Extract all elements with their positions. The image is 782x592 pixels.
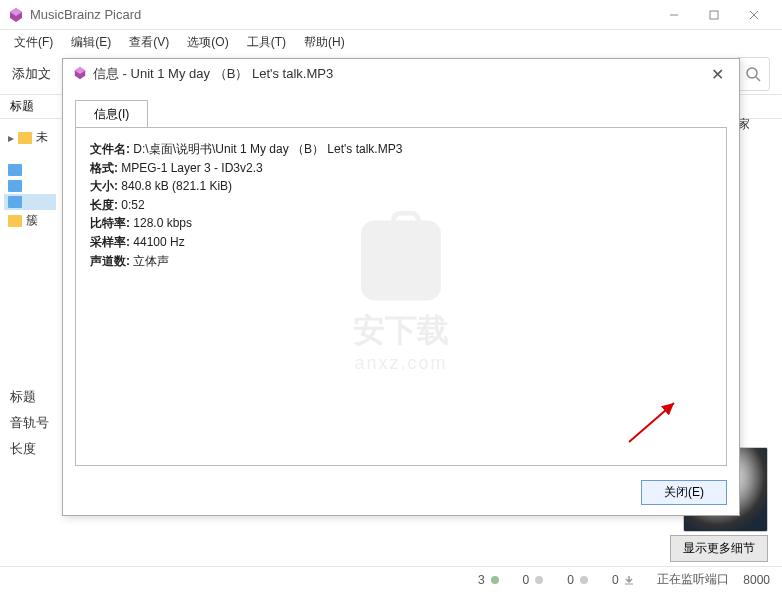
dialog-close-icon[interactable]: ✕: [705, 62, 729, 86]
svg-point-6: [747, 68, 757, 78]
dialog-titlebar: 信息 - Unit 1 My day （B） Let's talk.MP3 ✕: [63, 59, 739, 89]
status-count-1: 3: [478, 573, 501, 587]
size-value: 840.8 kB (821.1 KiB): [118, 179, 232, 193]
svg-rect-3: [710, 11, 718, 19]
tree-item-clusters[interactable]: 簇: [4, 210, 56, 231]
window-controls: [654, 1, 774, 29]
channels-value: 立体声: [130, 254, 169, 268]
svg-point-10: [580, 576, 588, 584]
dialog-footer: 关闭(E): [63, 474, 739, 515]
app-title: MusicBrainz Picard: [30, 7, 654, 22]
statusbar: 3 0 0 0 正在监听端口 8000: [0, 566, 782, 592]
samplerate-label: 采样率:: [90, 235, 130, 249]
svg-line-7: [756, 77, 760, 81]
tree-file-item-selected[interactable]: [4, 194, 56, 210]
file-icon: [8, 164, 22, 176]
tree-file-item[interactable]: [4, 178, 56, 194]
info-panel: 文件名: D:\桌面\说明书\Unit 1 My day （B） Let's t…: [75, 127, 727, 466]
close-window-button[interactable]: [734, 1, 774, 29]
svg-point-9: [535, 576, 543, 584]
minimize-button[interactable]: [654, 1, 694, 29]
app-icon: [8, 7, 24, 23]
menu-edit[interactable]: 编辑(E): [63, 31, 119, 54]
close-button[interactable]: 关闭(E): [641, 480, 727, 505]
filename-value: D:\桌面\说明书\Unit 1 My day （B） Let's talk.M…: [130, 142, 402, 156]
file-icon: [8, 196, 22, 208]
tree-item-label: 簇: [26, 212, 38, 229]
menu-tools[interactable]: 工具(T): [239, 31, 294, 54]
format-label: 格式:: [90, 161, 118, 175]
bitrate-value: 128.0 kbps: [130, 216, 192, 230]
panel-track-label: 音轨号: [10, 410, 49, 436]
metadata-panel-labels: 标题 音轨号 长度: [10, 384, 49, 462]
bitrate-label: 比特率:: [90, 216, 130, 230]
format-value: MPEG-1 Layer 3 - ID3v2.3: [118, 161, 263, 175]
dialog-icon: [73, 66, 87, 83]
titlebar: MusicBrainz Picard: [0, 0, 782, 30]
length-label: 长度:: [90, 198, 118, 212]
svg-point-8: [491, 576, 499, 584]
panel-length-label: 长度: [10, 436, 49, 462]
show-details-button[interactable]: 显示更多细节: [670, 535, 768, 562]
samplerate-value: 44100 Hz: [130, 235, 185, 249]
size-label: 大小:: [90, 179, 118, 193]
dialog-tabs: 信息(I): [75, 99, 727, 127]
tree-item-label: 未: [36, 129, 48, 146]
status-count-2: 0: [523, 573, 546, 587]
status-count-3: 0: [567, 573, 590, 587]
watermark-text-2: anxz.com: [353, 352, 449, 373]
tree-header: 标题: [10, 99, 34, 113]
annotation-arrow-icon: [624, 397, 684, 447]
menubar: 文件(F) 编辑(E) 查看(V) 选项(O) 工具(T) 帮助(H): [0, 30, 782, 54]
tree-item-unclustered[interactable]: ▸ 未: [4, 127, 56, 148]
menu-file[interactable]: 文件(F): [6, 31, 61, 54]
watermark-text-1: 安下载: [353, 308, 449, 352]
panel-title-label: 标题: [10, 384, 49, 410]
status-listening: 正在监听端口 8000: [657, 571, 770, 588]
svg-line-14: [629, 403, 674, 442]
maximize-button[interactable]: [694, 1, 734, 29]
folder-icon: [18, 132, 32, 144]
length-value: 0:52: [118, 198, 145, 212]
folder-icon: [8, 215, 22, 227]
channels-label: 声道数:: [90, 254, 130, 268]
search-button[interactable]: [736, 57, 770, 91]
add-files-button[interactable]: 添加文: [12, 65, 51, 83]
dialog-title: 信息 - Unit 1 My day （B） Let's talk.MP3: [93, 65, 705, 83]
status-count-4: 0: [612, 573, 635, 587]
filename-label: 文件名:: [90, 142, 130, 156]
menu-view[interactable]: 查看(V): [121, 31, 177, 54]
tab-info[interactable]: 信息(I): [75, 100, 148, 128]
tree-file-item[interactable]: [4, 162, 56, 178]
menu-options[interactable]: 选项(O): [179, 31, 236, 54]
info-dialog: 信息 - Unit 1 My day （B） Let's talk.MP3 ✕ …: [62, 58, 740, 516]
file-icon: [8, 180, 22, 192]
menu-help[interactable]: 帮助(H): [296, 31, 353, 54]
